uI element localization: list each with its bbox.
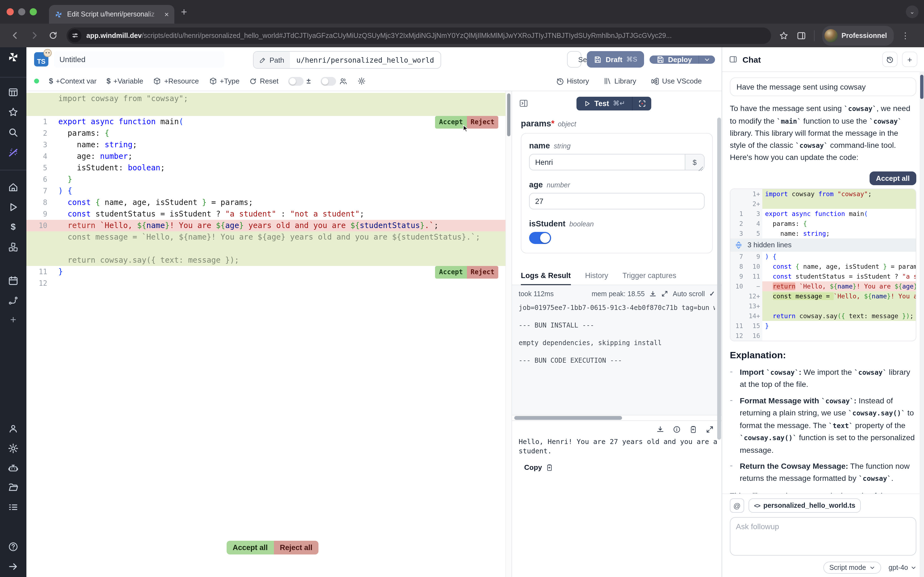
code-line[interactable] [26,243,506,255]
sidebar-item-search[interactable] [6,126,20,139]
isstudent-toggle[interactable] [529,232,551,244]
site-settings-icon[interactable] [68,29,81,42]
sidebar-collapse-icon[interactable] [6,560,20,573]
add-type-button[interactable]: +Type [209,77,239,85]
code-line[interactable]: import cowsay from "cowsay"; [26,93,506,105]
add-resource-button[interactable]: +Resource [153,77,199,85]
capture-test-button[interactable] [633,97,651,110]
sidebar-item-flows[interactable] [6,294,20,307]
deploy-dropdown-button[interactable] [699,55,715,63]
close-window-button[interactable] [6,8,14,15]
code-line[interactable]: 1export async function main(AcceptReject [26,116,506,127]
windmill-logo-icon[interactable] [6,50,20,64]
sidebar-item-audit-logs[interactable] [6,501,20,514]
context-file-chip[interactable]: <> personalized_hello_world.ts [748,498,861,513]
code-line[interactable]: 3 name: string; [26,139,506,151]
multiplayer-toggle[interactable] [321,77,347,85]
new-chat-button[interactable]: + [902,52,918,67]
tab-trigger-captures[interactable]: Trigger captures [623,268,677,285]
test-button[interactable]: Test⌘↵ [576,97,632,110]
sidebar-item-favorites[interactable] [6,105,20,119]
profile-button[interactable]: Professionnel [822,26,893,45]
zoom-window-button[interactable] [30,8,37,15]
sidebar-item-resources[interactable] [6,241,20,254]
editor-settings-gear-icon[interactable] [357,77,366,85]
deploy-split-button[interactable]: Deploy [649,55,715,63]
code-line[interactable]: 6 } [26,174,506,185]
script-summary-input[interactable]: Untitled [54,51,225,68]
history-button[interactable]: History [556,77,589,85]
new-tab-button[interactable]: + [181,6,187,18]
sidebar-item-workers[interactable] [6,462,20,475]
expand-result-icon[interactable] [706,425,714,434]
model-select[interactable]: gpt-4o [888,564,916,572]
accept-hunk-button[interactable]: Accept [435,266,467,279]
reload-icon[interactable] [48,31,58,40]
code-line[interactable]: 8 const { name, age, isStudent } = param… [26,197,506,208]
chat-scrollbar[interactable] [919,71,924,577]
expand-hidden-lines[interactable]: 3 hidden lines [730,238,916,251]
reject-all-button[interactable]: Reject all [274,541,319,554]
kebab-menu-icon[interactable]: ⋮ [901,31,909,40]
mention-button[interactable]: @ [730,498,744,513]
bookmark-star-icon[interactable] [779,31,789,40]
draft-button[interactable]: Draft⌘S [587,51,644,68]
sidebar-item-folders[interactable] [6,481,20,494]
code-editor[interactable]: import cowsay from "cowsay";1export asyn… [26,91,512,577]
copy-result-icon[interactable] [689,425,698,434]
diff-toggle[interactable]: ± [289,77,311,85]
code-line[interactable]: 11}AcceptReject [26,266,506,277]
sidebar-item-schedules[interactable] [6,274,20,287]
sidebar-item-new[interactable]: + [6,313,20,326]
reset-button[interactable]: Reset [249,77,279,85]
logs-horizontal-scrollbar[interactable] [512,415,722,421]
code-line[interactable]: const message = `Hello, ${name}! You are… [26,231,506,243]
settings-button[interactable]: Settings [567,51,582,68]
add-variable-button[interactable]: $+Variable [107,77,143,85]
tab-close-icon[interactable]: × [165,10,169,18]
forward-icon[interactable] [29,30,40,41]
age-input[interactable] [529,193,704,210]
back-icon[interactable] [10,30,20,41]
download-result-icon[interactable] [656,425,664,434]
tab-search-icon[interactable]: ⌄ [906,5,919,18]
sidebar-item-apps[interactable] [6,86,20,99]
reject-hunk-button[interactable]: Reject [467,266,498,279]
collapse-panel-icon[interactable] [519,98,528,108]
sidebar-item-runs[interactable] [6,201,20,214]
library-button[interactable]: Library [603,77,636,85]
sidebar-item-variables[interactable]: $ [6,220,20,234]
side-panel-icon[interactable] [796,31,806,40]
editor-scrollbar[interactable] [506,91,512,577]
chat-accept-all-button[interactable]: Accept all [869,171,916,185]
code-line[interactable]: 2 params: { [26,127,506,139]
sidebar-item-users[interactable] [6,422,20,435]
code-line[interactable]: 7) { [26,185,506,197]
code-line[interactable] [26,105,506,116]
mode-select[interactable]: Script mode [823,562,881,574]
followup-input[interactable] [730,517,916,556]
code-line[interactable]: 4 age: number; [26,151,506,162]
tab-logs-result[interactable]: Logs & Result [521,268,571,285]
use-vscode-button[interactable]: Use VScode [650,77,702,85]
name-input[interactable] [529,154,704,170]
tab-history[interactable]: History [585,268,608,285]
sidebar-item-home[interactable] [6,181,20,194]
info-icon[interactable] [673,425,681,434]
code-line[interactable]: 12 [26,277,506,289]
chat-history-button[interactable] [882,52,898,67]
path-button[interactable]: Path u/henri/personalized_hello_world [253,51,441,69]
sidebar-item-settings[interactable] [6,442,20,455]
accept-all-button[interactable]: Accept all [226,541,274,554]
code-line[interactable]: 10 return `Hello, ${name}! You are ${age… [26,220,506,231]
code-line[interactable]: return cowsay.say({ text: message }); [26,255,506,266]
code-line[interactable]: 5 isStudent: boolean; [26,162,506,174]
url-bar[interactable]: app.windmill.dev/scripts/edit/u/henri/pe… [66,27,771,44]
panel-scrollbar[interactable] [717,118,721,440]
code-line[interactable]: 9 const studentStatus = isStudent ? "a s… [26,208,506,220]
window-controls[interactable] [6,8,37,15]
chat-scroll-area[interactable]: Have the message sent using cowsay To ha… [722,72,924,493]
add-context-var-button[interactable]: $+Context var [49,77,97,85]
deploy-button[interactable]: Deploy [649,55,698,63]
download-logs-icon[interactable] [649,290,657,298]
